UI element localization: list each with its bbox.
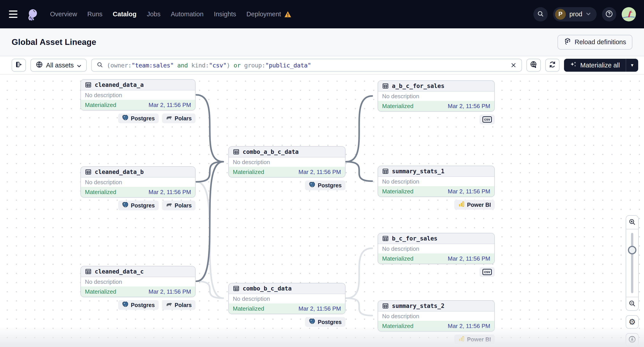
reload-definitions-label: Reload definitions [574, 38, 626, 46]
lineage-graph-canvas[interactable]: ⚙ cleaned_data_a No description [0, 74, 644, 347]
zoom-slider-handle[interactable] [628, 246, 636, 254]
graph-settings-button[interactable]: ⚙ [626, 315, 639, 329]
asset-status: Materialized [233, 305, 264, 312]
asset-card[interactable]: combo_b_c_data No description Materializ… [228, 283, 346, 314]
asset-timestamp-link[interactable]: Mar 2, 11:56 PM [298, 305, 341, 312]
asset-card-header: cleaned_data_c [81, 266, 195, 277]
help-button[interactable] [602, 7, 616, 21]
open-in-new-scope-button[interactable] [526, 59, 541, 72]
menu-icon[interactable] [9, 8, 20, 20]
asset-card-header: summary_stats_1 [378, 166, 494, 177]
top-nav-bar: OverviewRunsCatalogJobsAutomationInsight… [0, 0, 644, 28]
zoom-controls [626, 215, 639, 311]
asset-node-combo_a_b_c_data[interactable]: combo_a_b_c_data No description Material… [228, 146, 346, 190]
refresh-button[interactable] [545, 59, 560, 72]
asset-description: No description [81, 178, 195, 187]
nav-item-label: Deployment [246, 10, 281, 18]
collapse-sidebar-button[interactable] [12, 59, 26, 72]
kind-badge-polars[interactable]: Polars [162, 113, 196, 123]
kind-badge-polars[interactable]: Polars [162, 300, 196, 310]
asset-status: Materialized [233, 169, 264, 176]
nav-item-catalog[interactable]: Catalog [113, 10, 136, 18]
search-button[interactable] [534, 7, 548, 21]
environment-switcher[interactable]: P prod [553, 7, 597, 21]
asset-card[interactable]: summary_stats_2 No description Materiali… [378, 300, 495, 332]
kind-badge-powerbi[interactable]: Power BI [454, 335, 495, 344]
nav-item-automation[interactable]: Automation [171, 10, 204, 18]
asset-node-cleaned_data_b[interactable]: cleaned_data_b No description Materializ… [80, 166, 196, 210]
asset-status-row: Materialized Mar 2, 11:56 PM [378, 253, 494, 264]
asset-card[interactable]: b_c_for_sales No description Materialize… [378, 233, 495, 264]
table-icon [382, 168, 389, 175]
materialize-options-caret[interactable]: ▾ [626, 59, 638, 72]
nav-item-label: Overview [50, 10, 77, 18]
asset-node-b_c_for_sales[interactable]: b_c_for_sales No description Materialize… [378, 233, 495, 277]
nav-item-runs[interactable]: Runs [87, 10, 102, 18]
asset-filter-input[interactable]: (owner:"team:sales" and kind:"csv") or g… [91, 59, 522, 72]
kind-badge-postgres[interactable]: Postgres [118, 113, 159, 123]
asset-node-combo_b_c_data[interactable]: combo_b_c_data No description Materializ… [228, 283, 346, 327]
asset-status-row: Materialized Mar 2, 11:56 PM [378, 186, 494, 197]
zoom-out-button[interactable] [626, 297, 638, 310]
csv-icon: csv [482, 269, 492, 275]
asset-card[interactable]: a_b_c_for_sales No description Materiali… [378, 80, 495, 112]
clear-filter-icon[interactable] [510, 62, 517, 68]
kind-badge-postgres[interactable]: Postgres [305, 317, 346, 327]
asset-timestamp-link[interactable]: Mar 2, 11:56 PM [448, 255, 490, 262]
kind-badge-csv[interactable]: csv [480, 115, 495, 124]
asset-card[interactable]: combo_a_b_c_data No description Material… [228, 146, 346, 178]
kind-badge-polars[interactable]: Polars [162, 201, 196, 210]
asset-timestamp-link[interactable]: Mar 2, 11:56 PM [448, 103, 490, 110]
search-icon [537, 10, 544, 18]
zoom-slider-track[interactable] [631, 233, 633, 293]
asset-scope-dropdown[interactable]: All assets [30, 59, 87, 72]
asset-card-header: combo_b_c_data [229, 283, 345, 294]
kind-badge-csv[interactable]: csv [480, 267, 495, 277]
asset-node-summary_stats_2[interactable]: summary_stats_2 No description Materiali… [378, 300, 495, 344]
lineage-toolbar: All assets (owner:"team:sales" and kind:… [0, 56, 644, 74]
zoom-in-button[interactable] [626, 216, 638, 229]
open-panel-icon [15, 61, 22, 70]
asset-node-summary_stats_1[interactable]: summary_stats_1 No description Materiali… [378, 166, 495, 210]
asset-card-header: summary_stats_2 [378, 301, 494, 312]
kind-badge-powerbi[interactable]: Power BI [454, 200, 495, 210]
nav-right-group: P prod [534, 7, 636, 21]
asset-card[interactable]: cleaned_data_a No description Materializ… [80, 79, 196, 110]
asset-node-a_b_c_for_sales[interactable]: a_b_c_for_sales No description Materiali… [378, 80, 495, 124]
dagster-logo[interactable] [26, 7, 39, 21]
asset-card[interactable]: summary_stats_1 No description Materiali… [378, 166, 495, 197]
reload-definitions-button[interactable]: Reload definitions [558, 35, 632, 49]
nav-item-insights[interactable]: Insights [214, 10, 236, 18]
kind-badge-postgres[interactable]: Postgres [118, 300, 159, 310]
chevron-down-icon [586, 12, 591, 16]
asset-node-cleaned_data_a[interactable]: cleaned_data_a No description Materializ… [80, 79, 196, 123]
asset-status: Materialized [382, 255, 414, 262]
asset-card[interactable]: cleaned_data_b No description Materializ… [80, 166, 196, 198]
asset-kind-badges: PostgresPolars [80, 113, 196, 123]
warning-icon [284, 11, 292, 18]
asset-description: No description [378, 177, 494, 186]
asset-timestamp-link[interactable]: Mar 2, 11:56 PM [148, 189, 191, 196]
postgres-icon [309, 318, 315, 326]
kind-badge-postgres[interactable]: Postgres [118, 201, 159, 210]
asset-timestamp-link[interactable]: Mar 2, 11:56 PM [448, 323, 490, 330]
table-icon [382, 235, 389, 242]
asset-kind-badges: Power BI [378, 335, 495, 344]
asset-timestamp-link[interactable]: Mar 2, 11:56 PM [148, 102, 191, 108]
user-avatar[interactable] [622, 7, 636, 21]
asset-node-cleaned_data_c[interactable]: cleaned_data_c No description Materializ… [80, 266, 196, 310]
nav-item-jobs[interactable]: Jobs [147, 10, 160, 18]
kind-badge-label: Power BI [467, 202, 491, 208]
asset-timestamp-link[interactable]: Mar 2, 11:56 PM [448, 188, 490, 195]
materialize-all-button[interactable]: Materialize all [564, 59, 626, 72]
kind-badge-postgres[interactable]: Postgres [305, 180, 346, 190]
download-graph-button[interactable] [626, 333, 639, 347]
asset-status: Materialized [382, 188, 414, 195]
zoom-in-icon [628, 218, 636, 227]
asset-timestamp-link[interactable]: Mar 2, 11:56 PM [298, 169, 341, 176]
asset-card[interactable]: cleaned_data_c No description Materializ… [80, 266, 196, 297]
nav-item-overview[interactable]: Overview [50, 10, 77, 18]
asset-timestamp-link[interactable]: Mar 2, 11:56 PM [148, 288, 191, 295]
nav-item-deployment[interactable]: Deployment [246, 10, 292, 18]
asset-card-header: a_b_c_for_sales [378, 81, 494, 91]
